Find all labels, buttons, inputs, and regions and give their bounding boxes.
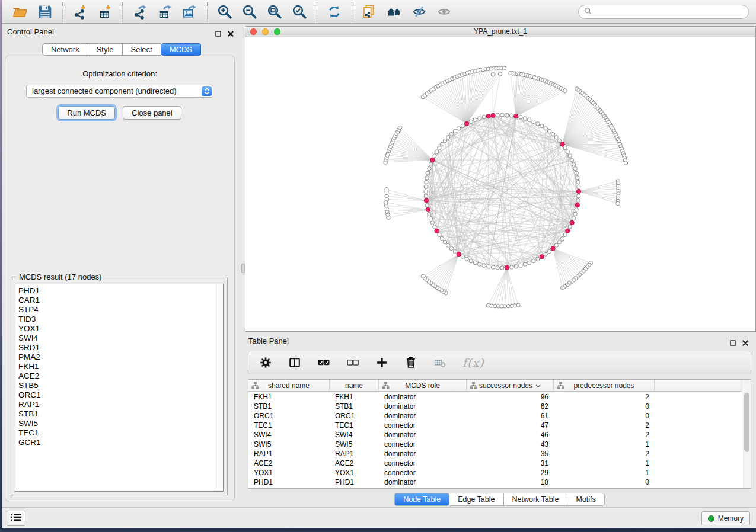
cell-name[interactable]: YOX1 [330, 468, 379, 477]
export-network-icon[interactable] [131, 3, 149, 21]
cell-predecessor-nodes[interactable]: 0 [554, 411, 655, 421]
cell-MCDS-role[interactable]: dominator [379, 477, 467, 487]
tab-motifs[interactable]: Motifs [567, 493, 604, 506]
close-panel-button[interactable]: Close panel [123, 106, 181, 120]
mcds-result-item[interactable]: TEC1 [18, 428, 223, 438]
maximize-window-icon[interactable] [274, 28, 280, 35]
mcds-result-item[interactable]: STB1 [18, 409, 223, 419]
add-column-icon[interactable] [375, 355, 388, 370]
new-network-from-selection-icon[interactable] [361, 3, 378, 21]
mcds-result-item[interactable]: FKH1 [18, 362, 223, 371]
cell-successor-nodes[interactable]: 29 [467, 468, 554, 477]
cell-predecessor-nodes[interactable]: 2 [554, 449, 655, 459]
mcds-node[interactable] [486, 114, 490, 118]
minimize-window-icon[interactable] [262, 28, 269, 35]
cell-shared-name[interactable]: FKH1 [248, 392, 330, 402]
mcds-node[interactable] [551, 246, 555, 251]
table-row[interactable]: SWI5SWI5connector431 [248, 440, 742, 449]
mcds-node[interactable] [575, 203, 579, 207]
open-file-icon[interactable] [11, 3, 29, 21]
cell-successor-nodes[interactable]: 46 [467, 430, 554, 440]
tab-edge-table[interactable]: Edge Table [449, 493, 503, 506]
cell-predecessor-nodes[interactable]: 2 [554, 392, 655, 402]
cell-predecessor-nodes[interactable]: 1 [554, 459, 655, 468]
mcds-result-item[interactable]: SRD1 [18, 343, 223, 352]
cell-shared-name[interactable]: SWI4 [248, 430, 330, 440]
export-image-icon[interactable] [181, 3, 199, 21]
import-network-from-file-icon[interactable] [71, 3, 89, 21]
mcds-result-list[interactable]: PHD1CAR1STP4TID3YOX1SWI4SRD1PMA2FKH1ACE2… [15, 284, 224, 492]
zoom-in-icon[interactable] [216, 3, 234, 21]
tab-mcds[interactable]: MCDS [161, 43, 201, 56]
save-session-icon[interactable] [36, 3, 54, 21]
tab-network-table[interactable]: Network Table [504, 493, 568, 506]
cell-MCDS-role[interactable]: dominator [379, 392, 467, 402]
cell-predecessor-nodes[interactable]: 2 [554, 421, 655, 430]
cell-successor-nodes[interactable]: 47 [467, 421, 554, 430]
cell-MCDS-role[interactable]: connector [379, 468, 467, 477]
cell-MCDS-role[interactable]: connector [379, 440, 467, 449]
mcds-node[interactable] [540, 255, 544, 259]
zoom-selected-icon[interactable] [291, 3, 308, 21]
cell-shared-name[interactable]: ACE2 [248, 459, 330, 468]
cell-successor-nodes[interactable]: 18 [467, 477, 554, 487]
cell-MCDS-role[interactable]: dominator [379, 411, 467, 421]
cell-shared-name[interactable]: TEC1 [248, 421, 330, 430]
memory-button[interactable]: Memory [701, 511, 750, 525]
cell-name[interactable]: ACE2 [330, 459, 379, 468]
table-row[interactable]: ORC1ORC1dominator610 [248, 411, 742, 421]
tab-style[interactable]: Style [88, 43, 123, 56]
mcds-node[interactable] [560, 142, 564, 146]
mcds-result-item[interactable]: YOX1 [18, 324, 223, 334]
cell-predecessor-nodes[interactable]: 0 [554, 477, 655, 487]
mcds-node[interactable] [457, 252, 461, 256]
cell-name[interactable]: STB1 [330, 402, 379, 411]
mcds-result-item[interactable]: TID3 [18, 315, 223, 324]
cell-predecessor-nodes[interactable]: 2 [554, 430, 655, 440]
cell-predecessor-nodes[interactable]: 1 [554, 440, 655, 449]
table-scrollbar-thumb[interactable] [744, 393, 749, 452]
column-header-name[interactable]: name [330, 380, 379, 391]
mcds-node[interactable] [570, 220, 574, 225]
mcds-node[interactable] [426, 207, 430, 211]
mcds-result-item[interactable]: ACE2 [18, 371, 223, 381]
table-row[interactable]: YOX1YOX1connector291 [248, 468, 742, 477]
table-row[interactable]: STB1STB1dominator620 [248, 402, 742, 411]
tab-select[interactable]: Select [123, 43, 161, 56]
mcds-node[interactable] [491, 113, 495, 117]
table-row[interactable]: SWI4SWI4dominator462 [248, 430, 742, 440]
criterion-select[interactable]: largest connected component (undirected) [26, 85, 213, 98]
column-header-MCDS-role[interactable]: MCDS role [379, 380, 467, 391]
tab-node-table[interactable]: Node Table [394, 493, 449, 506]
apply-layout-icon[interactable] [326, 3, 343, 21]
mcds-node[interactable] [576, 189, 580, 193]
cell-MCDS-role[interactable]: dominator [379, 402, 467, 411]
import-table-from-file-icon[interactable] [96, 3, 114, 21]
mcds-result-item[interactable]: SWI4 [18, 334, 223, 343]
mcds-result-item[interactable]: SWI5 [18, 419, 223, 428]
cell-shared-name[interactable]: RAP1 [248, 449, 330, 459]
tab-network[interactable]: Network [42, 43, 88, 56]
mcds-node[interactable] [566, 229, 570, 233]
table-row[interactable]: TEC1TEC1connector472 [248, 421, 742, 430]
table-row[interactable]: ACE2ACE2connector311 [248, 459, 742, 468]
cell-name[interactable]: FKH1 [330, 392, 379, 402]
select-all-columns-icon[interactable] [317, 355, 330, 370]
float-table-panel-icon[interactable] [730, 338, 736, 348]
float-panel-icon[interactable] [215, 28, 221, 39]
cell-predecessor-nodes[interactable]: 1 [554, 468, 655, 477]
cell-MCDS-role[interactable]: dominator [379, 430, 467, 440]
mcds-result-item[interactable]: PHD1 [18, 286, 223, 296]
list-scrollbar[interactable] [215, 284, 223, 491]
mcds-node[interactable] [514, 114, 518, 118]
cell-shared-name[interactable]: SWI5 [248, 440, 330, 449]
toggle-panel-columns-icon[interactable] [288, 355, 301, 370]
mcds-result-item[interactable]: GCR1 [18, 438, 223, 447]
cell-successor-nodes[interactable]: 43 [467, 440, 554, 449]
table-row[interactable]: RAP1RAP1dominator352 [248, 449, 742, 459]
cell-name[interactable]: PHD1 [330, 477, 379, 487]
mcds-result-item[interactable]: PMA2 [18, 352, 223, 362]
mcds-node[interactable] [430, 158, 435, 162]
cell-shared-name[interactable]: PHD1 [248, 477, 330, 487]
delete-column-icon[interactable] [404, 355, 417, 370]
